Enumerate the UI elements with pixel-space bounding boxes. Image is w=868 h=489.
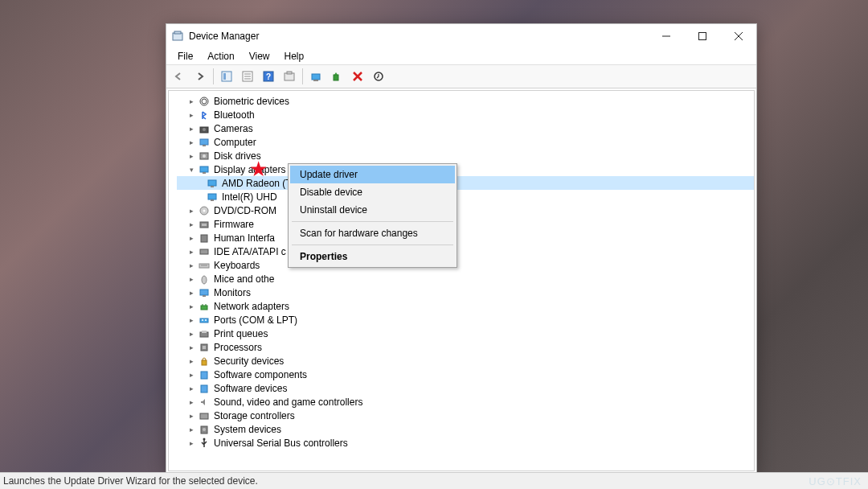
svg-rect-30 [200,166,208,172]
expand-right-icon[interactable]: ▸ [186,302,196,311]
context-menu-item[interactable]: Uninstall device [290,201,455,219]
expand-right-icon[interactable]: ▸ [186,411,196,421]
tree-item-label: Software components [214,369,307,380]
svg-point-63 [203,438,206,440]
menu-view[interactable]: View [243,49,276,64]
tree-item-label: Software devices [214,383,287,394]
tree-item[interactable]: Intel(R) UHD [177,190,754,203]
expand-right-icon[interactable]: ▸ [186,124,196,134]
maximize-button[interactable] [684,24,720,48]
expand-right-icon[interactable]: ▸ [186,261,196,270]
properties-button[interactable] [238,67,257,86]
svg-rect-39 [202,224,207,226]
tree-item[interactable]: ▸Software devices [177,381,754,395]
context-menu-item[interactable]: Disable device [290,183,455,201]
device-tree[interactable]: ▸Biometric devices▸Bluetooth▸Cameras▸Com… [169,91,754,453]
ports-icon [198,314,211,326]
expand-right-icon[interactable]: ▸ [186,274,196,284]
tree-item[interactable]: ▸Print queues [177,327,754,340]
expand-right-icon[interactable]: ▸ [186,370,196,380]
context-menu-item[interactable]: Properties [290,248,455,265]
svg-rect-32 [208,180,216,186]
close-button[interactable] [720,24,756,48]
expand-right-icon[interactable]: ▸ [186,206,196,216]
svg-rect-26 [200,139,208,145]
tree-item[interactable]: ▸Network adapters [177,299,754,313]
titlebar: Device Manager [166,24,756,48]
tree-item-label: Sound, video and game controllers [214,397,362,408]
update-driver-button[interactable] [306,67,326,86]
show-hide-console-button[interactable] [217,67,236,86]
svg-point-51 [202,319,203,321]
tree-item[interactable]: ▸Human Interfa [177,231,754,244]
menu-help[interactable]: Help [278,49,311,64]
expand-right-icon[interactable]: ▸ [186,315,196,325]
svg-rect-59 [201,385,207,392]
expand-down-icon[interactable]: ▾ [186,165,196,175]
svg-rect-50 [200,318,208,323]
expand-right-icon[interactable]: ▸ [186,247,196,257]
svg-rect-45 [200,290,208,295]
menu-file[interactable]: File [171,49,199,64]
tree-item[interactable]: ▸Storage controllers [177,409,754,422]
tree-item[interactable]: ▸System devices [177,422,754,436]
menu-action[interactable]: Action [201,49,240,64]
statusbar: Launches the Update Driver Wizard for th… [0,472,868,489]
svg-rect-15 [287,72,292,74]
minimize-button[interactable] [648,24,684,48]
tree-item[interactable]: ▸Cameras [177,121,754,135]
help-button[interactable]: ? [259,67,278,86]
context-menu-item[interactable]: Update driver [290,166,455,183]
tree-item[interactable]: ▸Ports (COM & LPT) [177,313,754,327]
tree-item-label: Security devices [214,355,284,367]
svg-rect-40 [201,235,207,242]
expand-right-icon[interactable]: ▸ [186,384,196,393]
uninstall-button[interactable] [348,67,367,86]
tree-item[interactable]: ▸Universal Serial Bus controllers [177,436,754,450]
expand-right-icon[interactable]: ▸ [186,138,196,147]
monitor-icon [198,287,211,298]
statusbar-text: Launches the Update Driver Wizard for th… [3,475,258,487]
tree-item[interactable]: ▸Keyboards [177,258,754,272]
tree-item[interactable]: ▸DVD/CD-ROM [177,203,754,217]
expand-right-icon[interactable]: ▸ [186,220,196,229]
expand-right-icon[interactable]: ▸ [186,151,196,161]
tree-item[interactable]: ▸Mice and othe [177,272,754,286]
enable-button[interactable] [327,67,346,86]
expand-right-icon[interactable]: ▸ [186,110,196,120]
scan-button[interactable] [280,67,299,86]
tree-item[interactable]: ▸Software components [177,368,754,381]
expand-right-icon[interactable]: ▸ [186,288,196,298]
tree-item[interactable]: ▸Firmware [177,217,754,231]
tree-item[interactable]: ▸Bluetooth [177,108,754,121]
expand-right-icon[interactable]: ▸ [186,425,196,434]
expand-right-icon[interactable]: ▸ [186,97,196,106]
svg-rect-46 [203,295,206,297]
mouse-icon [198,273,211,285]
tree-item-label: Universal Serial Bus controllers [214,438,348,449]
tree-item[interactable]: ▸Computer [177,135,754,149]
svg-rect-58 [201,372,207,379]
watermark-text: UG⊙TFIX [809,475,862,487]
svg-rect-60 [200,413,208,419]
forward-button[interactable] [190,67,210,86]
tree-item[interactable]: ▸Monitors [177,286,754,299]
svg-point-23 [202,99,207,104]
svg-rect-35 [211,199,214,201]
expand-right-icon[interactable]: ▸ [186,343,196,352]
back-button[interactable] [170,67,189,86]
context-menu-item[interactable]: Scan for hardware changes [290,224,455,242]
tree-item[interactable]: ▸Processors [177,340,754,354]
expand-right-icon[interactable]: ▸ [186,438,196,448]
expand-right-icon[interactable]: ▸ [186,397,196,407]
scan-hardware-button[interactable] [369,67,388,86]
svg-point-52 [205,319,207,321]
expand-right-icon[interactable]: ▸ [186,329,196,339]
tree-item[interactable]: ▸Biometric devices [177,94,754,108]
tree-item[interactable]: ▸IDE ATA/ATAPI c [177,244,754,258]
tree-item[interactable]: ▸Security devices [177,354,754,368]
expand-right-icon[interactable]: ▸ [186,233,196,243]
hid-icon [198,232,211,244]
tree-item[interactable]: ▸Sound, video and game controllers [177,395,754,409]
expand-right-icon[interactable]: ▸ [186,356,196,366]
